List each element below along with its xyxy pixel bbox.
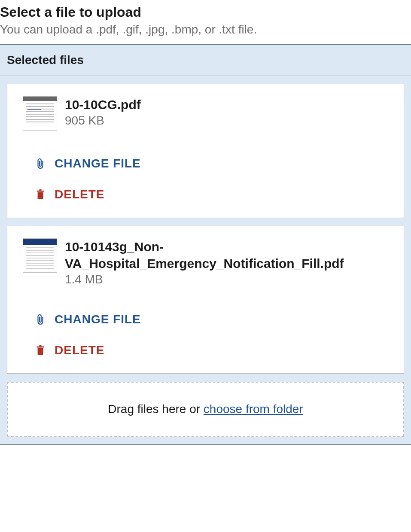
dropzone[interactable]: Drag files here or choose from folder xyxy=(7,382,404,437)
paperclip-icon xyxy=(36,313,45,326)
change-file-button[interactable]: CHANGE FILE xyxy=(36,313,141,326)
svg-rect-0 xyxy=(38,192,43,200)
change-file-label: CHANGE FILE xyxy=(55,157,141,170)
delete-file-button[interactable]: DELETE xyxy=(36,188,104,201)
file-meta: 10-10CG.pdf 905 KB xyxy=(65,96,141,128)
delete-file-label: DELETE xyxy=(55,344,104,357)
trash-icon xyxy=(36,344,45,356)
dropzone-text: Drag files here or xyxy=(108,402,204,416)
file-actions: CHANGE FILE DELETE xyxy=(23,297,388,357)
svg-rect-1 xyxy=(37,191,44,192)
upload-title: Select a file to upload xyxy=(0,4,411,20)
svg-rect-5 xyxy=(39,345,42,347)
file-size: 1.4 MB xyxy=(65,273,388,286)
svg-rect-2 xyxy=(39,189,42,191)
svg-rect-4 xyxy=(37,347,44,348)
svg-rect-3 xyxy=(38,348,43,356)
selected-files-header: Selected files xyxy=(0,45,411,76)
file-thumbnail xyxy=(23,238,57,273)
file-card: 10-10CG.pdf 905 KB CHANGE FILE xyxy=(7,84,404,218)
change-file-button[interactable]: CHANGE FILE xyxy=(36,157,141,170)
trash-icon xyxy=(36,188,45,201)
file-head: 10-10CG.pdf 905 KB xyxy=(23,96,388,141)
delete-file-label: DELETE xyxy=(55,188,104,201)
change-file-label: CHANGE FILE xyxy=(55,313,141,326)
choose-from-folder-link[interactable]: choose from folder xyxy=(204,402,303,416)
file-thumbnail xyxy=(23,96,57,131)
file-name: 10-10CG.pdf xyxy=(65,96,141,113)
file-name: 10-10143g_Non-VA_Hospital_Emergency_Noti… xyxy=(65,238,388,272)
upload-subtitle: You can upload a .pdf, .gif, .jpg, .bmp,… xyxy=(0,23,411,36)
file-actions: CHANGE FILE DELETE xyxy=(23,141,388,201)
selected-files-panel: Selected files 10-10CG.pdf 905 KB CHANGE… xyxy=(0,44,411,445)
file-size: 905 KB xyxy=(65,114,141,128)
file-head: 10-10143g_Non-VA_Hospital_Emergency_Noti… xyxy=(23,238,388,297)
upload-intro: Select a file to upload You can upload a… xyxy=(0,0,411,44)
file-card: 10-10143g_Non-VA_Hospital_Emergency_Noti… xyxy=(7,226,404,374)
file-meta: 10-10143g_Non-VA_Hospital_Emergency_Noti… xyxy=(65,238,388,286)
paperclip-icon xyxy=(36,157,45,170)
delete-file-button[interactable]: DELETE xyxy=(36,344,104,357)
